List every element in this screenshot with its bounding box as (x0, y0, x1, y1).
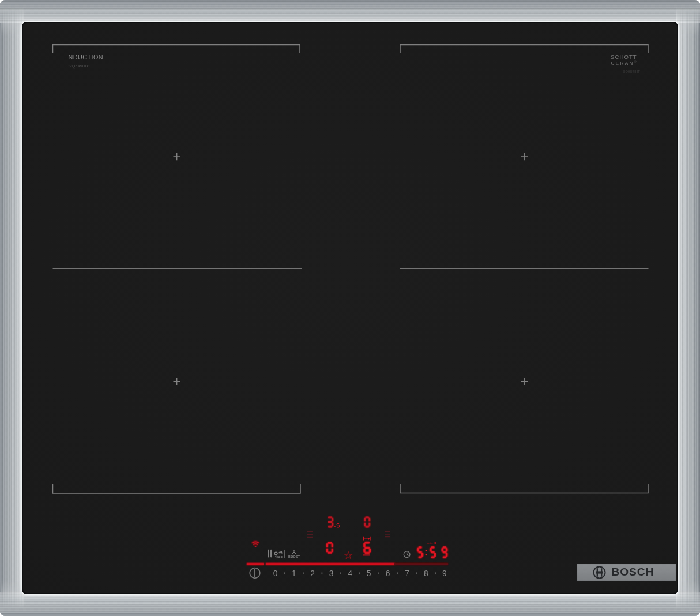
svg-text:4sec: 4sec (275, 555, 283, 558)
svg-text:BOOST: BOOST (288, 555, 300, 558)
svg-text:min: min (427, 542, 433, 545)
